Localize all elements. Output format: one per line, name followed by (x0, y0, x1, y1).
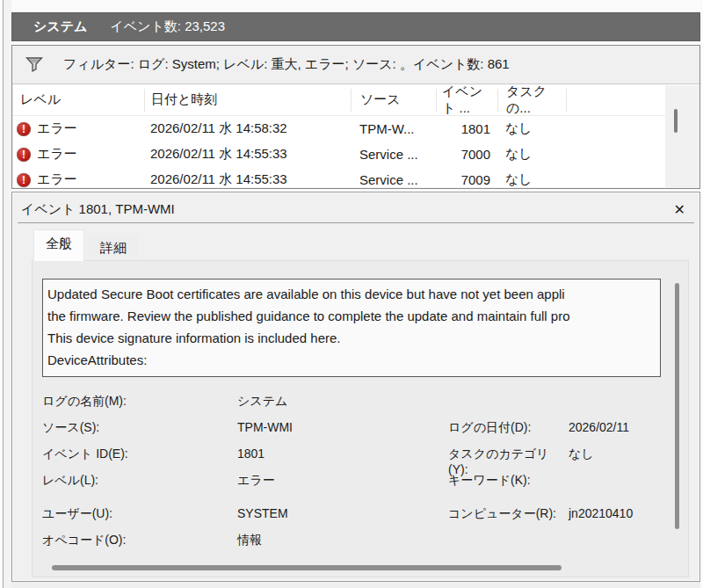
table-header: レベル 日付と時刻 ソース イベント ... タスクの... (12, 84, 699, 116)
detail-horizontal-scrollbar-thumb[interactable] (52, 565, 562, 570)
field-opcode: オペコード(O): 情報 (42, 533, 262, 548)
field-value: なし (569, 446, 594, 476)
field-value: 情報 (237, 533, 262, 548)
event-list-container: フィルター: ログ: System; レベル: 重大, エラー; ソース: 。イ… (11, 45, 700, 189)
detail-vertical-scrollbar-thumb[interactable] (675, 283, 679, 529)
field-level: レベル(L): エラー (42, 473, 275, 489)
row-datetime: 2026/02/11 水 14:58:32 (144, 120, 351, 137)
message-line: the firmware. Review the published guida… (47, 305, 658, 327)
table-scrollbar[interactable] (665, 85, 699, 187)
bottom-strip (11, 582, 700, 588)
filter-summary: フィルター: ログ: System; レベル: 重大, エラー; ソース: 。イ… (63, 56, 510, 73)
field-value: jn20210410 (569, 506, 633, 522)
field-label: キーワード(K): (448, 473, 569, 489)
row-source: Service ... (351, 147, 436, 162)
detail-tabs: 全般 詳細 (33, 229, 138, 261)
field-label: イベント ID(E): (42, 446, 237, 462)
field-keywords: キーワード(K): (448, 473, 569, 489)
field-value: エラー (237, 473, 275, 489)
error-icon: ! (17, 122, 31, 136)
message-line: This device signature information is inc… (47, 327, 658, 349)
row-task: なし (497, 146, 566, 163)
field-task-category: タスクのカテゴリ(Y): なし (448, 446, 594, 476)
close-icon[interactable]: ✕ (674, 201, 685, 218)
field-log-date: ログの日付(D): 2026/02/11 (448, 420, 629, 436)
filter-funnel-icon (25, 56, 43, 73)
field-label: ログの日付(D): (448, 420, 569, 436)
field-label: ソース(S): (42, 420, 237, 436)
row-datetime: 2026/02/11 水 14:55:33 (144, 146, 351, 163)
field-value: 1801 (237, 446, 265, 462)
detail-separator (18, 222, 694, 223)
field-label: レベル(L): (42, 473, 237, 489)
field-event-id: イベント ID(E): 1801 (42, 446, 265, 462)
error-icon: ! (17, 173, 31, 187)
row-task: なし (497, 120, 566, 137)
field-log-name: ログの名前(M): システム (42, 394, 287, 410)
row-event-id: 1801 (436, 121, 497, 136)
field-value: SYSTEM (237, 506, 288, 522)
row-level: エラー (37, 146, 77, 163)
column-header-datetime[interactable]: 日付と時刻 (144, 89, 351, 112)
log-title-bar: システム イベント数: 23,523 (11, 12, 700, 41)
field-value: 2026/02/11 (569, 420, 629, 436)
detail-title: イベント 1801, TPM-WMI (21, 201, 175, 218)
field-label: オペコード(O): (42, 533, 237, 548)
table-scrollbar-thumb[interactable] (674, 109, 678, 133)
column-header-task[interactable]: タスクの... (497, 89, 566, 112)
error-icon: ! (17, 148, 31, 162)
filter-bar[interactable]: フィルター: ログ: System; レベル: 重大, エラー; ソース: 。イ… (12, 46, 699, 84)
row-event-id: 7000 (436, 147, 497, 162)
window-left-gutter (4, 0, 11, 588)
field-computer: コンピューター(R): jn20210410 (448, 506, 633, 522)
field-label: タスクのカテゴリ(Y): (448, 446, 569, 476)
event-message-box[interactable]: Updated Secure Boot certificates are ava… (42, 279, 661, 377)
table-row[interactable]: !エラー 2026/02/11 水 14:55:33 Service ... 7… (12, 167, 699, 189)
field-label: コンピューター(R): (448, 506, 569, 522)
event-count-label: イベント数: 23,523 (110, 18, 225, 35)
field-user: ユーザー(U): SYSTEM (42, 506, 288, 522)
row-event-id: 7009 (436, 172, 497, 187)
column-header-level[interactable]: レベル (12, 91, 144, 108)
row-source: TPM-W... (351, 121, 436, 136)
tab-details[interactable]: 詳細 (89, 235, 138, 261)
event-detail-pane: イベント 1801, TPM-WMI ✕ 全般 詳細 Updated Secur… (11, 192, 700, 582)
general-tab-panel: Updated Secure Boot certificates are ava… (32, 260, 689, 577)
field-value: システム (237, 394, 287, 410)
field-label: ログの名前(M): (42, 394, 237, 410)
field-value: TPM-WMI (237, 420, 293, 436)
row-datetime: 2026/02/11 水 14:55:33 (144, 171, 351, 188)
field-source: ソース(S): TPM-WMI (42, 420, 293, 436)
message-line: DeviceAttributes: (47, 349, 658, 371)
column-header-event-id[interactable]: イベント ... (436, 89, 497, 112)
table-row[interactable]: !エラー 2026/02/11 水 14:55:33 Service ... 7… (12, 142, 699, 167)
field-label: ユーザー(U): (42, 506, 237, 522)
event-viewer-window: システム イベント数: 23,523 フィルター: ログ: System; レベ… (0, 0, 703, 588)
column-header-source[interactable]: ソース (351, 89, 436, 112)
row-level: エラー (37, 171, 77, 188)
message-line: Updated Secure Boot certificates are ava… (47, 283, 658, 305)
log-name: システム (33, 18, 87, 35)
row-source: Service ... (351, 172, 436, 187)
row-level: エラー (37, 120, 77, 137)
table-row[interactable]: !エラー 2026/02/11 水 14:58:32 TPM-W... 1801… (12, 116, 699, 142)
row-task: なし (497, 171, 566, 188)
tab-general[interactable]: 全般 (33, 229, 84, 261)
